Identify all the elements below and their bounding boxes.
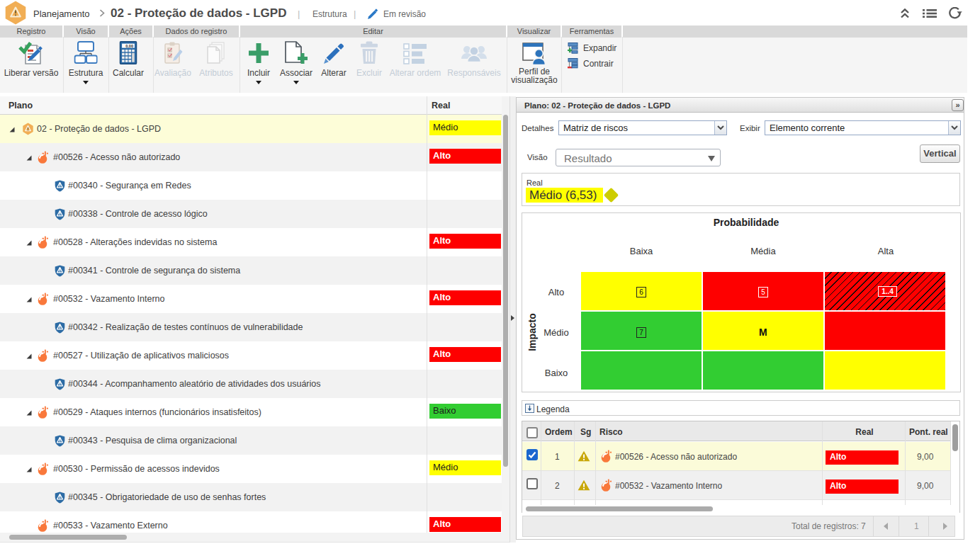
svg-text:0,00: 0,00 [125, 44, 133, 48]
